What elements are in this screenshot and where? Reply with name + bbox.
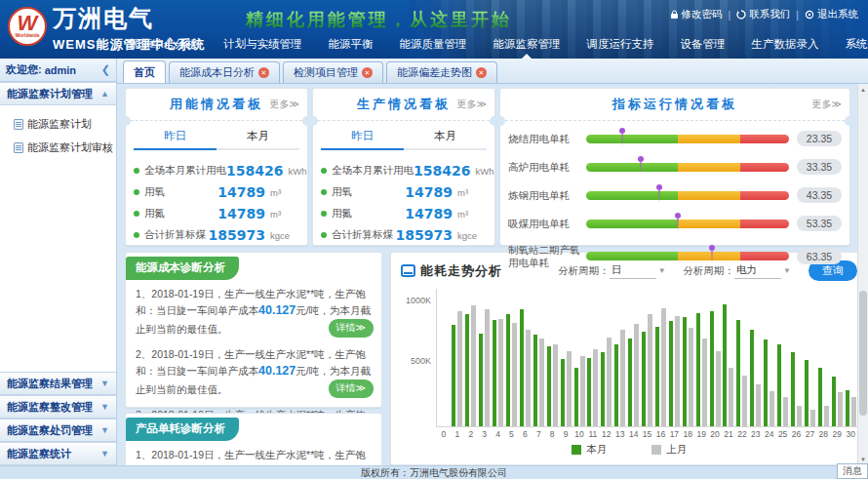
tab-yesterday[interactable]: 昨日 [134, 129, 217, 150]
sidebar-item-supervision-plan-audit[interactable]: 能源监察计划审核 [14, 140, 116, 155]
x-tick-label: 20 [710, 429, 719, 439]
x-tick-label: 27 [806, 429, 814, 439]
nav-energy-balance[interactable]: 能源平衡 [329, 37, 374, 54]
tab-bar: 首页 能源成本日分析 ✕ 检测项目管理 ✕ 能源偏差走势图 ✕ [117, 59, 868, 84]
tab-this-month[interactable]: 本月 [404, 129, 487, 150]
logout-link[interactable]: 退出系统 [805, 8, 858, 21]
close-icon[interactable]: ✕ [362, 67, 373, 78]
logo-subtext: Worldwide [15, 32, 39, 38]
sidebar-item-supervision-plan[interactable]: 能源监察计划 [14, 117, 116, 132]
scrollbar-thumb[interactable] [859, 291, 867, 416]
bar-本月 [764, 339, 768, 426]
tab-detection-project[interactable]: 检测项目管理 ✕ [283, 61, 383, 83]
bar-上月 [769, 391, 774, 426]
indicator-value: 53.35 [797, 216, 842, 231]
contact-icon [736, 10, 746, 20]
indicator-status-board: 指标运行情况看板 更多≫ 烧结用电单耗 23.35 高炉用电单耗 [499, 88, 850, 246]
status-bar [586, 163, 789, 172]
marker-pin-icon [675, 213, 681, 219]
x-tick-label: 29 [833, 429, 842, 439]
green-dot-icon [134, 189, 139, 195]
bar-本月 [479, 334, 483, 426]
nav-plan-performance[interactable]: 计划与实绩管理 [223, 37, 302, 54]
bar-本月 [683, 317, 687, 426]
kv-row: 全场本月累计用电 158426 kWh [321, 160, 487, 181]
bar-本月 [805, 360, 809, 426]
welcome-label: 欢迎您: [6, 62, 42, 77]
chart-legend: 本月 上月 [401, 443, 857, 457]
sidebar-group-plan-mgmt[interactable]: 能源监察计划管理 ▲ [0, 82, 116, 105]
chart-slot-6: 6 [518, 289, 532, 426]
more-link[interactable]: 更多≫ [457, 98, 487, 111]
change-password-link[interactable]: 修改密码 [670, 8, 723, 21]
x-tick-label: 21 [724, 429, 732, 439]
contact-us-link[interactable]: 联系我们 [736, 8, 790, 21]
sidebar-collapse-icon[interactable]: ❮ [101, 63, 110, 76]
sidebar-group-penalty-mgmt[interactable]: 能源监察处罚管理 ▼ [0, 419, 116, 442]
x-tick-label: 24 [765, 429, 773, 439]
nav-equipment[interactable]: 设备管理 [681, 37, 726, 54]
x-tick-label: 18 [684, 429, 692, 439]
energy-cost-diagnosis-panel: 能源成本诊断分析 1、2018-01-19日，生产一线生产水泥**吨，生产饱和：… [125, 252, 382, 408]
chart-slot-2: 2 [464, 289, 478, 426]
scroll-up-icon[interactable]: ▲ [858, 84, 868, 96]
tab-yesterday[interactable]: 昨日 [321, 129, 404, 150]
detail-button[interactable]: 详情≫ [329, 319, 374, 338]
tab-energy-cost-daily[interactable]: 能源成本日分析 ✕ [169, 61, 280, 83]
bar-上月 [498, 319, 503, 426]
welcome-bar: 欢迎您: admin ❮ [0, 59, 116, 82]
bar-本月 [587, 358, 591, 426]
kv-row: 用氧 14789 m³ [134, 181, 299, 203]
document-icon [14, 142, 23, 153]
legend-swatch-icon [572, 445, 581, 455]
x-tick-label: 26 [792, 429, 801, 439]
bar-本月 [791, 352, 795, 426]
vertical-scrollbar[interactable]: ▲ ▼ [857, 84, 868, 465]
indicator-row: 炼钢用电单耗 43.35 [508, 187, 842, 203]
x-tick-label: 14 [629, 429, 638, 439]
nav-production-entry[interactable]: 生产数据录入 [752, 37, 819, 54]
main-nav: 能源综合分析 计划与实绩管理 能源平衡 能源质量管理 能源监察管理 调度运行支持… [130, 37, 868, 54]
kv-row: 用氮 14789 m³ [134, 203, 299, 224]
status-bar [586, 252, 789, 260]
bar-上月 [512, 323, 517, 426]
marker-pin-icon [638, 156, 644, 162]
more-link[interactable]: 更多≫ [812, 98, 842, 111]
indicator-row: 高炉用电单耗 33.35 [508, 159, 842, 175]
bar-本月 [696, 313, 700, 426]
sidebar-group-result-mgmt[interactable]: 能源监察结果管理 ▼ [0, 372, 116, 395]
nav-system-admin[interactable]: 系统管理 [846, 37, 868, 54]
nav-dispatch-support[interactable]: 调度运行支持 [587, 37, 654, 54]
bar-上月 [661, 308, 666, 426]
tab-home[interactable]: 首页 [123, 60, 166, 83]
bar-上月 [838, 392, 843, 426]
detail-button[interactable]: 详情≫ [329, 379, 374, 398]
x-tick-label: 17 [670, 429, 679, 439]
nav-energy-quality[interactable]: 能源质量管理 [400, 37, 467, 54]
bar-上月 [783, 397, 788, 426]
close-icon[interactable]: ✕ [476, 67, 487, 78]
chart-slot-9: 9 [559, 289, 572, 426]
sidebar-group-statistics[interactable]: 能源监察统计 ▼ [0, 442, 116, 465]
message-button[interactable]: 消息 [837, 463, 868, 479]
bar-本月 [601, 352, 605, 426]
x-tick-label: 2 [468, 429, 473, 439]
chart-slot-23: 23 [749, 289, 763, 426]
nav-energy-supervision[interactable]: 能源监察管理 [493, 37, 561, 54]
bar-上月 [797, 406, 802, 426]
chart-slot-27: 27 [803, 289, 816, 426]
bar-本月 [723, 304, 727, 426]
sidebar-group-rectify-mgmt[interactable]: 能源监察整改管理 ▼ [0, 395, 116, 419]
more-link[interactable]: 更多≫ [270, 98, 299, 111]
bar-本月 [547, 346, 551, 426]
chevron-down-icon: ▼ [100, 425, 109, 435]
bar-本月 [846, 390, 849, 426]
nav-energy-analysis[interactable]: 能源综合分析 [130, 37, 197, 54]
tab-this-month[interactable]: 本月 [217, 129, 299, 150]
tab-energy-deviation-trend[interactable]: 能源偏差走势图 ✕ [386, 61, 497, 83]
bar-本月 [574, 368, 578, 426]
chart-slot-15: 15 [641, 289, 654, 426]
chart-slot-30: 30 [844, 289, 857, 426]
close-icon[interactable]: ✕ [258, 67, 269, 78]
chart-slot-5: 5 [505, 289, 519, 426]
